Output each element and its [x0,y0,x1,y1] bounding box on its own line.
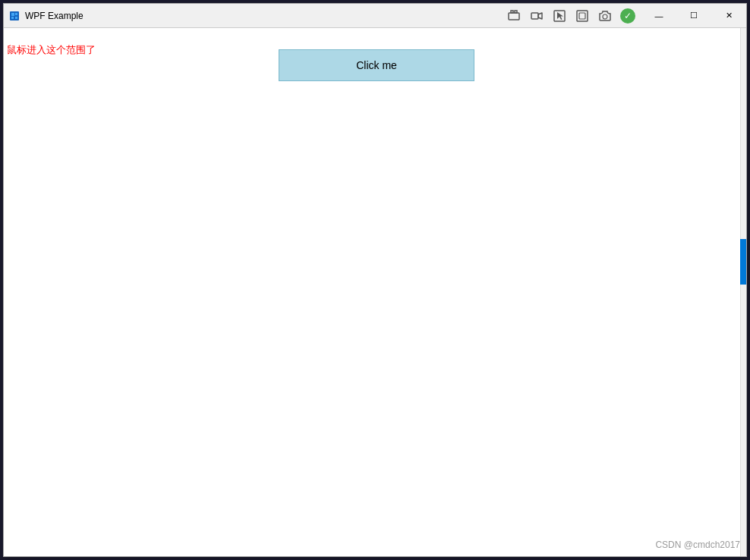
cursor-icon [553,9,566,23]
svg-rect-13 [579,13,585,19]
record-tool-button[interactable] [503,7,525,25]
svg-rect-8 [531,13,538,19]
toolbar: ✓ [500,7,641,25]
svg-rect-3 [11,17,14,19]
svg-rect-4 [15,17,17,19]
scrollbar[interactable] [740,28,746,556]
svg-rect-2 [15,13,17,15]
camera-tool-button[interactable] [594,7,616,25]
record-icon [507,9,521,23]
check-icon: ✓ [620,8,635,24]
svg-point-14 [603,14,607,19]
svg-marker-11 [557,12,563,20]
refresh-tool-button[interactable]: ✓ [617,7,638,25]
video-icon [530,9,544,23]
svg-rect-1 [11,13,14,16]
scrollbar-thumb[interactable] [740,239,746,285]
maximize-button[interactable]: ☐ [676,4,711,28]
camera-icon [598,9,612,23]
window-title: WPF Example [25,11,84,21]
window-icon [8,10,20,22]
svg-rect-6 [511,11,513,13]
frame-icon [575,9,589,23]
video-tool-button[interactable] [526,7,547,25]
close-button[interactable]: ✕ [711,4,746,28]
title-bar: WPF Example [4,4,746,28]
window-controls: — ☐ ✕ [641,4,746,28]
svg-rect-12 [577,11,588,21]
minimize-button[interactable]: — [641,4,676,28]
watermark-text: CSDN @cmdch2017 [655,540,740,550]
cursor-tool-button[interactable] [549,7,570,25]
status-label: 鼠标进入这个范围了 [7,43,96,57]
content-area: 鼠标进入这个范围了 Click me CSDN @cmdch2017 [4,28,746,556]
click-me-button[interactable]: Click me [279,49,474,81]
frame-tool-button[interactable] [572,7,593,25]
svg-rect-7 [515,11,517,13]
svg-marker-9 [538,13,542,19]
svg-rect-5 [509,13,519,20]
application-window: WPF Example [3,3,747,557]
title-bar-left: WPF Example [4,10,500,22]
